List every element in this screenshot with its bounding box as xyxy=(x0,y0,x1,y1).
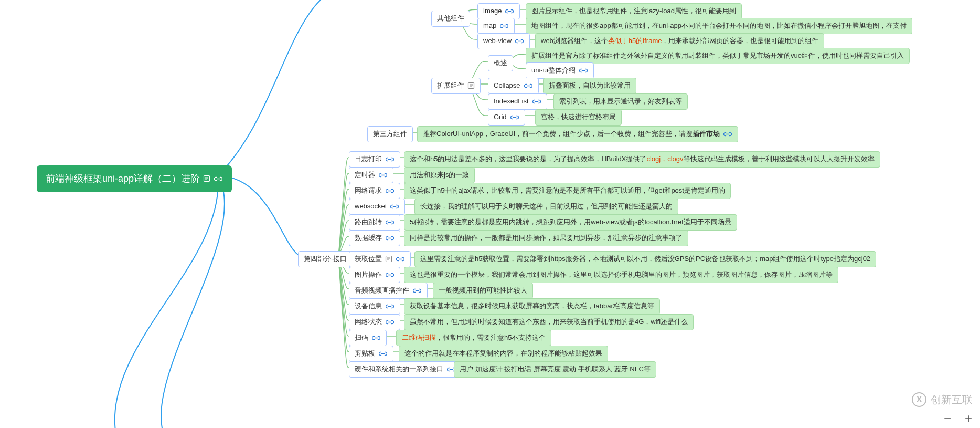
node-img[interactable]: 图片操作 xyxy=(349,267,400,283)
node-label: 定时器 xyxy=(355,170,375,181)
node-label: 日志打印 xyxy=(355,154,382,165)
node-label: 获取位置 xyxy=(355,254,382,265)
zoom-out-button[interactable]: − xyxy=(941,411,954,426)
desc-text: 地图组件，现在的很多app都可能用到，在uni-app不同的平台会打开不同的地图… xyxy=(531,20,907,32)
desc-image[interactable]: 图片显示组件，也是很常用组件，注意lazy-load属性，很可能要用到 xyxy=(526,3,742,19)
link-icon xyxy=(505,7,514,15)
node-label: websocket xyxy=(355,201,387,212)
note-icon xyxy=(385,255,392,263)
node-label: web-view xyxy=(483,36,512,47)
node-device[interactable]: 设备信息 xyxy=(349,298,400,315)
link-icon xyxy=(499,22,509,29)
desc-text: 二维码扫描，很常用的，需要注意h5不支持这个 xyxy=(402,332,546,343)
desc-collapse[interactable]: 折叠面板，自以为比较常用 xyxy=(543,78,636,94)
node-clip[interactable]: 剪贴板 xyxy=(349,346,393,362)
desc-grid[interactable]: 宫格，快速进行宫格布局 xyxy=(535,109,622,126)
desc-text: 这类似于h5中的ajax请求，比较常用，需要注意的是不是所有平台都可以通用，但g… xyxy=(410,185,725,196)
desc-cache[interactable]: 同样是比较常用的操作，一般都是用同步操作，如果要用到异步，那注意异步的注意事项了 xyxy=(404,230,688,246)
node-timer[interactable]: 定时器 xyxy=(349,167,393,183)
node-webview[interactable]: web-view xyxy=(477,33,530,49)
node-media[interactable]: 音频视频直播控件 xyxy=(349,283,428,299)
node-grid[interactable]: Grid xyxy=(488,109,525,126)
node-label: 概述 xyxy=(494,58,507,69)
desc-network[interactable]: 虽然不常用，但用到的时候要知道有这个东西，用来获取当前手机使用的是4G，wifi… xyxy=(404,314,694,330)
desc-img[interactable]: 这也是很重要的一个模块，我们常常会用到图片操作，这里可以选择你手机电脑里的图片，… xyxy=(404,267,838,283)
desc-indexed[interactable]: 索引列表，用来显示通讯录，好友列表等 xyxy=(553,93,688,110)
desc-third-party[interactable]: 推荐ColorUI-uniApp，GraceUI，前一个免费，组件少点，后一个收… xyxy=(417,126,738,142)
desc-map[interactable]: 地图组件，现在的很多app都可能用到，在uni-app不同的平台会打开不同的地图… xyxy=(526,18,912,34)
desc-overview1[interactable]: 扩展组件是官方除了标准组件之外额外自定义的常用封装组件，类似于常见市场开发的vu… xyxy=(526,48,910,64)
link-icon xyxy=(378,171,388,179)
node-loc[interactable]: 获取位置 xyxy=(349,251,411,267)
desc-text: 一般视频用到的可能性比较大 xyxy=(439,285,527,296)
mindmap-canvas[interactable]: 前端神级框架uni-app详解（二）进阶 其他组件 image 图片显示组件，也… xyxy=(0,0,980,428)
desc-ws[interactable]: 长连接，我的理解可以用于实时聊天这种，目前没用过，但用到的可能性还是蛮大的 xyxy=(414,199,678,215)
link-icon xyxy=(390,203,399,210)
node-label: 剪贴板 xyxy=(355,348,375,359)
note-icon xyxy=(203,175,210,182)
node-map[interactable]: map xyxy=(477,18,515,34)
desc-text: 这也是很重要的一个模块，我们常常会用到图片操作，这里可以选择你手机电脑里的图片，… xyxy=(410,269,833,280)
desc-scan[interactable]: 二维码扫描，很常用的，需要注意h5不支持这个 xyxy=(396,330,551,346)
branch-ext-components[interactable]: 扩展组件 xyxy=(431,78,481,94)
link-icon xyxy=(385,302,395,310)
node-label: Collapse xyxy=(494,80,520,91)
node-label: IndexedList xyxy=(494,96,529,107)
node-overview[interactable]: 概述 xyxy=(488,55,513,71)
node-label: 网络请求 xyxy=(355,185,382,196)
desc-net[interactable]: 这类似于h5中的ajax请求，比较常用，需要注意的是不是所有平台都可以通用，但g… xyxy=(404,183,731,199)
node-indexed[interactable]: IndexedList xyxy=(488,93,547,110)
node-label: map xyxy=(483,20,496,32)
desc-overview2[interactable]: uni-ui整体介绍 xyxy=(526,62,594,79)
node-label: Grid xyxy=(494,112,507,123)
zoom-in-button[interactable]: + xyxy=(962,411,975,426)
node-collapse[interactable]: Collapse xyxy=(488,78,539,94)
desc-text: 宫格，快速进行宫格布局 xyxy=(541,112,616,123)
branch-label: 其他组件 xyxy=(437,13,464,24)
desc-text: 推荐ColorUI-uniApp，GraceUI，前一个免费，组件少点，后一个收… xyxy=(423,129,720,140)
node-log[interactable]: 日志打印 xyxy=(349,151,400,168)
branch-third-party[interactable]: 第三方组件 xyxy=(367,126,413,142)
branch-part4[interactable]: 第四部分-接口 xyxy=(298,251,353,267)
desc-text: 虽然不常用，但用到的时候要知道有这个东西，用来获取当前手机使用的是4G，wifi… xyxy=(410,317,688,328)
desc-loc[interactable]: 这里需要注意的是h5获取位置，需要部署到https服务器，本地测试可以不用，然后… xyxy=(414,251,876,267)
node-route[interactable]: 路由跳转 xyxy=(349,214,400,231)
desc-text: web浏览器组件，这个类似于h5的iframe，用来承载外部网页的容器，也是很可… xyxy=(541,36,818,47)
link-icon xyxy=(532,98,541,105)
node-network[interactable]: 网络状态 xyxy=(349,314,400,330)
desc-hw[interactable]: 用户 加速度计 拨打电话 屏幕亮度 震动 手机联系人 蓝牙 NFC等 xyxy=(454,361,656,378)
node-scan[interactable]: 扫码 xyxy=(349,330,387,346)
branch-label: 第三方组件 xyxy=(373,129,407,140)
desc-media[interactable]: 一般视频用到的可能性比较大 xyxy=(433,283,533,299)
node-label: 扫码 xyxy=(355,332,368,343)
branch-other-components[interactable]: 其他组件 xyxy=(431,11,470,27)
node-cache[interactable]: 数据缓存 xyxy=(349,230,400,246)
desc-log[interactable]: 这个和h5的用法是差不多的，这里我要说的是，为了提高效率，HBuildX提供了c… xyxy=(404,151,880,168)
desc-device[interactable]: 获取设备基本信息，很多时候用来获取屏幕的宽高，状态栏，tabbar栏高度信息等 xyxy=(404,298,660,315)
desc-text: 这个的作用就是在本程序复制的内容，在别的程序能够粘贴起效果 xyxy=(404,348,602,359)
link-icon xyxy=(412,287,422,294)
desc-text: 索引列表，用来显示通讯录，好友列表等 xyxy=(559,96,682,107)
link-icon xyxy=(385,187,395,194)
link-icon xyxy=(510,113,519,121)
branch-label: 扩展组件 xyxy=(437,80,464,91)
desc-clip[interactable]: 这个的作用就是在本程序复制的内容，在别的程序能够粘贴起效果 xyxy=(399,346,608,362)
node-label: 数据缓存 xyxy=(355,233,382,244)
node-ws[interactable]: websocket xyxy=(349,199,405,215)
desc-text: 获取设备基本信息，很多时候用来获取屏幕的宽高，状态栏，tabbar栏高度信息等 xyxy=(410,301,654,312)
branch-label: 第四部分-接口 xyxy=(304,254,347,265)
node-image[interactable]: image xyxy=(477,3,520,19)
node-hw[interactable]: 硬件和系统相关的一系列接口 xyxy=(349,361,462,378)
link-icon xyxy=(515,37,524,45)
desc-route[interactable]: 5种跳转，需要注意的是都是应用内跳转，想跳到应用外，用web-view或者js的… xyxy=(404,214,737,231)
desc-text: 用法和原来js的一致 xyxy=(410,170,469,181)
node-net[interactable]: 网络请求 xyxy=(349,183,400,199)
link-icon xyxy=(385,218,395,226)
desc-text: 这个和h5的用法是差不多的，这里我要说的是，为了提高效率，HBuildX提供了c… xyxy=(410,154,875,165)
watermark: X 创新互联 xyxy=(912,392,973,407)
node-label: 硬件和系统相关的一系列接口 xyxy=(355,364,443,375)
desc-text: 折叠面板，自以为比较常用 xyxy=(549,80,631,91)
root-node[interactable]: 前端神级框架uni-app详解（二）进阶 xyxy=(37,165,232,192)
desc-webview[interactable]: web浏览器组件，这个类似于h5的iframe，用来承载外部网页的容器，也是很可… xyxy=(535,33,824,49)
desc-timer[interactable]: 用法和原来js的一致 xyxy=(404,167,475,183)
